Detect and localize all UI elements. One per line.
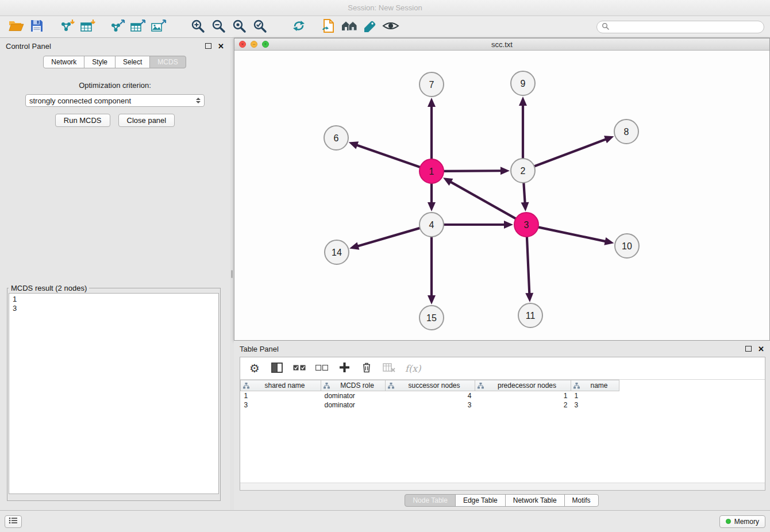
float-panel-icon[interactable] [205, 43, 211, 49]
cell-successor-nodes[interactable]: 4 [386, 391, 475, 400]
column-type-icon [478, 383, 484, 391]
tab-node-table[interactable]: Node Table [405, 494, 456, 507]
column-header-shared-name[interactable]: shared name [241, 380, 321, 391]
tab-motifs[interactable]: Motifs [564, 494, 599, 507]
show-columns-button[interactable] [271, 361, 283, 376]
float-table-panel-icon[interactable] [745, 346, 752, 352]
graph-edge-2-8[interactable] [534, 139, 607, 167]
control-panel-tabs: Network Style Select MCDS [0, 56, 230, 68]
cell-name[interactable]: 3 [571, 400, 619, 410]
graph-edge-4-14[interactable] [357, 228, 420, 246]
delete-table-button[interactable] [383, 361, 395, 376]
zoom-out-button[interactable] [208, 18, 229, 36]
function-builder-button[interactable]: f(x) [405, 361, 421, 376]
column-header-predecessor-nodes[interactable]: predecessor nodes [475, 380, 571, 391]
cell-mcds-role[interactable]: dominator [321, 400, 386, 410]
cell-predecessor-nodes[interactable]: 1 [475, 391, 571, 400]
zoom-out-icon [211, 18, 226, 35]
search-box[interactable] [596, 21, 764, 33]
cell-mcds-role[interactable]: dominator [321, 391, 386, 400]
graph-node-3[interactable]: 3 [514, 213, 538, 237]
criterion-dropdown[interactable]: strongly connected component [25, 94, 205, 107]
zoom-in-button[interactable] [187, 18, 208, 36]
unchecked-boxes-icon [315, 364, 328, 373]
tab-network[interactable]: Network [43, 56, 84, 68]
zoom-fit-button[interactable] [229, 18, 249, 36]
annotation-button[interactable] [360, 18, 380, 36]
search-input[interactable] [612, 23, 759, 31]
export-network-icon [109, 19, 125, 34]
table-row[interactable]: 3dominator323 [241, 400, 619, 410]
table-panel-header: Table Panel ✕ [234, 341, 770, 357]
window-close-icon[interactable]: × [239, 41, 246, 48]
table-settings-button[interactable]: ⚙ [248, 361, 261, 376]
tab-mcds[interactable]: MCDS [149, 56, 186, 68]
tab-edge-table[interactable]: Edge Table [455, 494, 506, 507]
graph-node-11[interactable]: 11 [518, 303, 542, 327]
graph-edge-3-1[interactable] [450, 182, 515, 219]
deselect-all-columns-button[interactable] [315, 361, 328, 376]
cell-name[interactable]: 1 [571, 391, 619, 400]
import-table-icon [79, 19, 95, 34]
dropdown-arrows-icon [196, 98, 201, 103]
close-panel-button[interactable]: Close panel [118, 114, 175, 127]
graph-node-4[interactable]: 4 [419, 213, 444, 237]
first-neighbors-button[interactable] [339, 18, 360, 36]
graph-node-1[interactable]: 1 [419, 159, 444, 183]
add-column-button[interactable] [338, 361, 351, 376]
graph-node-2[interactable]: 2 [511, 159, 535, 183]
network-window-titlebar[interactable]: scc.txt × − + [234, 38, 769, 51]
graph-node-15[interactable]: 15 [419, 306, 444, 330]
graph-node-14[interactable]: 14 [325, 240, 349, 264]
vertical-splitter[interactable] [230, 38, 234, 510]
refresh-button[interactable] [288, 18, 309, 36]
graph-edge-1-6[interactable] [356, 145, 420, 167]
control-panel: Control Panel ✕ Network Style Select MCD… [0, 38, 230, 510]
network-canvas[interactable]: 7968124314101511 [234, 51, 769, 340]
run-mcds-button[interactable]: Run MCDS [55, 114, 110, 127]
zoom-selected-button[interactable] [249, 18, 270, 36]
import-network-button[interactable] [56, 18, 77, 36]
cell-shared-name[interactable]: 1 [241, 391, 321, 400]
memory-button[interactable]: Memory [719, 515, 765, 528]
export-table-button[interactable] [128, 18, 148, 36]
export-network-button[interactable] [107, 18, 128, 36]
table-row[interactable]: 1dominator411 [241, 391, 619, 400]
open-session-button[interactable] [6, 18, 26, 36]
column-header-name[interactable]: name [571, 380, 619, 391]
delete-column-button[interactable] [360, 361, 373, 376]
table-horizontal-scrollbar[interactable] [240, 483, 765, 490]
node-table-body: 1dominator4113dominator323 [241, 391, 619, 410]
cell-successor-nodes[interactable]: 3 [386, 400, 475, 410]
mcds-result-title: MCDS result (2 nodes) [9, 284, 89, 292]
graph-edge-3-11[interactable] [527, 237, 529, 294]
show-hide-button[interactable] [380, 18, 401, 36]
graph-node-7[interactable]: 7 [419, 72, 444, 97]
graph-node-8[interactable]: 8 [614, 119, 638, 144]
save-session-button[interactable] [26, 18, 47, 36]
graph-arrowhead [519, 97, 527, 106]
cell-shared-name[interactable]: 3 [241, 400, 321, 410]
column-header-mcds-role[interactable]: MCDS role [321, 380, 386, 391]
tab-style[interactable]: Style [84, 56, 116, 68]
clone-network-button[interactable] [318, 18, 339, 36]
graph-edge-2-3[interactable] [523, 183, 525, 203]
export-image-button[interactable] [148, 18, 169, 36]
column-header-successor-nodes[interactable]: successor nodes [386, 380, 475, 391]
graph-node-10[interactable]: 10 [615, 234, 639, 258]
tab-select[interactable]: Select [115, 56, 150, 68]
import-table-button[interactable] [77, 18, 98, 36]
trash-icon [362, 362, 371, 375]
close-table-panel-icon[interactable]: ✕ [758, 345, 764, 353]
task-history-button[interactable] [5, 515, 22, 528]
graph-node-9[interactable]: 9 [511, 71, 535, 95]
graph-edge-1-2[interactable] [444, 171, 502, 171]
window-zoom-icon[interactable]: + [262, 41, 269, 48]
tab-network-table[interactable]: Network Table [505, 494, 565, 507]
cell-predecessor-nodes[interactable]: 2 [475, 400, 571, 410]
graph-edge-3-10[interactable] [538, 227, 606, 241]
select-all-columns-button[interactable] [293, 361, 306, 376]
window-minimize-icon[interactable]: − [251, 41, 257, 48]
close-panel-icon[interactable]: ✕ [218, 42, 224, 51]
graph-node-6[interactable]: 6 [324, 126, 348, 150]
